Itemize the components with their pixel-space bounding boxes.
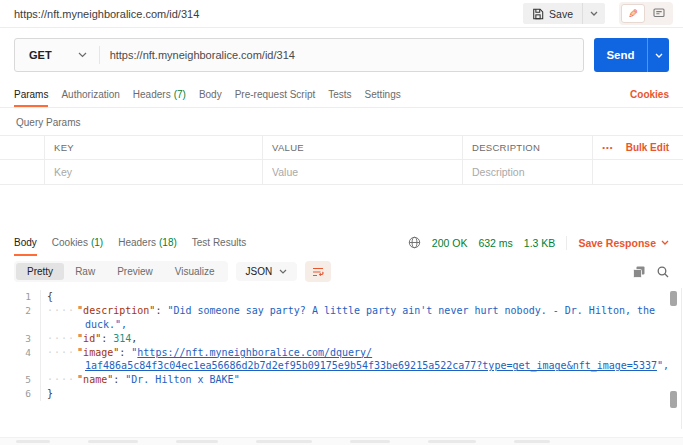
more-options-icon[interactable]: ••• (602, 143, 613, 152)
row-selector-column (0, 160, 45, 184)
headers-count-badge: (18) (159, 237, 177, 248)
tab-pre-request-script[interactable]: Pre-request Script (235, 81, 316, 107)
line-number: 1 (0, 290, 40, 304)
code-line: 3 "id": 314, (0, 332, 683, 346)
json-comma: , (131, 333, 137, 344)
copy-icon (633, 266, 645, 278)
code-line: 5 "name": "Dr. Hilton x BAKE" (0, 373, 683, 387)
search-icon (657, 266, 669, 278)
chevron-down-icon (655, 53, 663, 58)
response-tab-cookies[interactable]: Cookies(1) (52, 229, 103, 256)
footer-item (514, 440, 550, 443)
line-number (0, 318, 40, 332)
column-header-description: DESCRIPTION (472, 142, 540, 153)
json-string: "Dr. Hilton x BAKE" (125, 374, 239, 385)
tab-label: Body (199, 89, 222, 100)
view-mode-switcher: Pretty Raw Preview Visualize (14, 261, 228, 282)
save-button-group: Save (523, 3, 605, 24)
mode-raw-button[interactable]: Raw (64, 263, 106, 280)
save-icon (532, 8, 544, 20)
json-key: "name" (77, 374, 113, 385)
cookies-link[interactable]: Cookies (630, 89, 669, 100)
method-label: GET (29, 49, 52, 61)
response-size[interactable]: 1.3 KB (524, 237, 556, 249)
query-params-table: KEY VALUE DESCRIPTION ••• Bulk Edit (0, 135, 683, 185)
tab-label: Headers (133, 89, 171, 100)
tab-label: Test Results (192, 237, 246, 248)
mode-visualize-button[interactable]: Visualize (164, 263, 226, 280)
comments-button[interactable] (647, 4, 671, 23)
json-number: 314 (113, 333, 131, 344)
code-line: 4 "image": "https://nft.myneighboralice.… (0, 346, 683, 360)
response-time[interactable]: 632 ms (478, 237, 512, 249)
send-options-button[interactable] (647, 38, 669, 72)
topbar-actions: Save ✎ (523, 2, 673, 25)
save-button[interactable]: Save (523, 3, 582, 24)
tab-label: Authorization (61, 89, 119, 100)
scrollbar-track (681, 288, 682, 429)
param-description-input[interactable] (472, 166, 586, 178)
line-number: 4 (0, 346, 40, 360)
json-key: "description" (77, 305, 155, 316)
search-button[interactable] (657, 266, 669, 278)
tab-authorization[interactable]: Authorization (61, 81, 119, 107)
copy-button[interactable] (633, 266, 645, 278)
method-select[interactable]: GET (15, 49, 99, 61)
tab-params[interactable]: Params (14, 81, 48, 107)
footer-bar (0, 437, 683, 445)
param-value-input[interactable] (272, 166, 453, 178)
query-params-label: Query Params (0, 108, 683, 135)
code-line: 1 { (0, 290, 683, 304)
param-key-input[interactable] (54, 166, 252, 178)
response-tab-test-results[interactable]: Test Results (192, 229, 246, 256)
response-tabs: Body Cookies(1) Headers(18) Test Results… (0, 229, 683, 256)
status-badge[interactable]: 200 OK (432, 237, 468, 249)
mode-preview-button[interactable]: Preview (106, 263, 164, 280)
network-globe-icon[interactable] (408, 236, 421, 249)
tab-label: Settings (365, 89, 401, 100)
footer-item (350, 440, 390, 443)
json-separator: : (119, 347, 131, 358)
column-header-key: KEY (54, 142, 74, 153)
image-url-link[interactable]: https://nft.myneighboralice.com/dquery/ (137, 347, 372, 358)
save-response-label: Save Response (578, 237, 656, 249)
chevron-down-icon (78, 52, 87, 58)
json-separator: : (113, 374, 125, 385)
edit-request-button[interactable]: ✎ (621, 4, 645, 23)
footer-item (256, 440, 312, 443)
chevron-down-icon (590, 11, 598, 16)
request-builder: GET Send (0, 28, 683, 81)
tab-headers[interactable]: Headers(7) (133, 81, 186, 107)
chevron-down-icon (661, 240, 669, 245)
wrap-lines-button[interactable] (305, 261, 331, 282)
save-button-label: Save (549, 8, 573, 20)
json-string: duck.", (85, 319, 127, 330)
tab-body[interactable]: Body (199, 81, 222, 107)
mode-pretty-button[interactable]: Pretty (16, 263, 64, 280)
json-string: "Did someone say party? A little party a… (167, 305, 655, 316)
footer-item (428, 440, 476, 443)
tab-tests[interactable]: Tests (328, 81, 351, 107)
column-header-value: VALUE (272, 142, 304, 153)
json-quote: ", (657, 360, 669, 371)
cookies-count-badge: (1) (91, 237, 103, 248)
send-button[interactable]: Send (594, 38, 647, 72)
bulk-edit-link[interactable]: Bulk Edit (626, 142, 669, 153)
scrollbar-thumb[interactable] (670, 291, 677, 306)
request-tabs: Params Authorization Headers(7) Body Pre… (0, 81, 683, 108)
tab-label: Params (14, 89, 48, 100)
format-select[interactable]: JSON (236, 262, 298, 281)
panel-divider[interactable] (0, 185, 683, 229)
tab-label: Body (14, 237, 37, 248)
tab-settings[interactable]: Settings (365, 81, 401, 107)
divider (566, 236, 567, 250)
request-mode-toggle: ✎ (619, 2, 673, 25)
scrollbar-thumb[interactable] (670, 391, 677, 408)
save-options-button[interactable] (582, 3, 605, 24)
line-number: 3 (0, 332, 40, 346)
url-input[interactable] (100, 49, 583, 61)
image-url-link[interactable]: 1af486a5c84f3c04ec1ea56686d2b7d2ef95b091… (85, 360, 657, 371)
response-tab-body[interactable]: Body (14, 229, 37, 256)
response-tab-headers[interactable]: Headers(18) (118, 229, 177, 256)
save-response-button[interactable]: Save Response (578, 237, 669, 249)
